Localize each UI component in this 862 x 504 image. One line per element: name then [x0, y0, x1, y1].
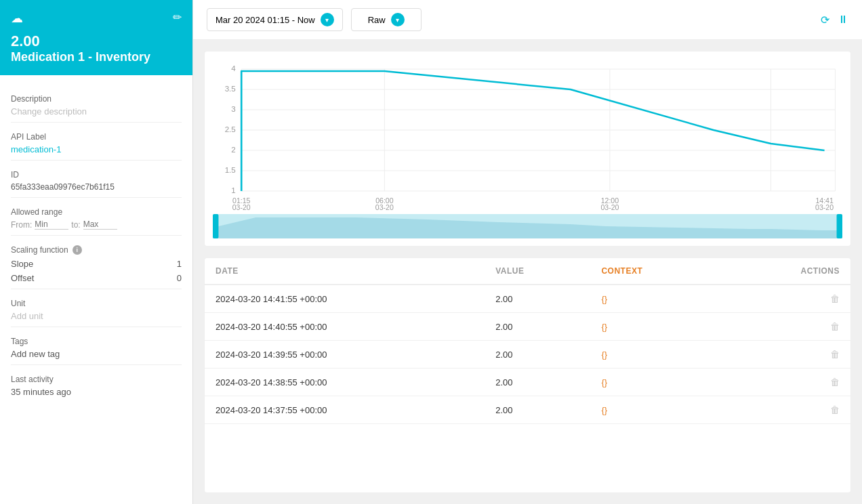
range-min-input[interactable] — [35, 219, 68, 230]
main-chart: 4 3.5 3 2.5 2 1.5 1 01:15 03-20 06:00 03… — [213, 62, 842, 211]
last-activity-value: 35 minutes ago — [11, 387, 182, 397]
svg-text:1.5: 1.5 — [225, 166, 236, 174]
raw-chevron-icon: ▾ — [391, 13, 405, 26]
cell-date: 2024-03-20 14:41:55 +00:00 — [205, 285, 485, 313]
svg-text:03-20: 03-20 — [600, 204, 619, 211]
mini-chart[interactable] — [213, 214, 842, 238]
cell-actions: 🗑 — [723, 341, 850, 369]
table-row: 2024-03-20 14:37:55 +00:00 2.00 {} 🗑 — [205, 396, 850, 424]
raw-selector[interactable]: Raw ▾ — [351, 8, 422, 31]
col-actions: ACTIONS — [723, 258, 850, 285]
delete-button[interactable]: 🗑 — [830, 404, 840, 415]
id-value: 65fa333eaa09976ec7b61f15 — [11, 182, 182, 192]
main-content: Mar 20 2024 01:15 - Now ▾ Raw ▾ ⟳ ⏸ — [193, 0, 862, 504]
delete-button[interactable]: 🗑 — [830, 349, 840, 360]
cell-value: 2.00 — [485, 396, 590, 424]
cell-actions: 🗑 — [723, 396, 850, 424]
sidebar-header: ☁ ✏ 2.00 Medication 1 - Inventory — [0, 0, 192, 75]
date-range-selector[interactable]: Mar 20 2024 01:15 - Now ▾ — [207, 8, 343, 31]
offset-value: 0 — [177, 273, 182, 283]
scaling-label: Scaling function i — [11, 245, 182, 255]
cell-date: 2024-03-20 14:37:55 +00:00 — [205, 396, 485, 424]
cell-value: 2.00 — [485, 313, 590, 341]
svg-rect-29 — [213, 214, 842, 238]
svg-text:03-20: 03-20 — [375, 204, 394, 211]
toolbar: Mar 20 2024 01:15 - Now ▾ Raw ▾ ⟳ ⏸ — [193, 0, 862, 40]
api-label: API Label — [11, 132, 182, 142]
raw-label: Raw — [368, 15, 386, 25]
cell-value: 2.00 — [485, 369, 590, 396]
api-value[interactable]: medication-1 — [11, 144, 182, 154]
range-max-input[interactable] — [83, 219, 117, 230]
svg-rect-30 — [213, 214, 218, 238]
svg-text:1: 1 — [231, 186, 235, 194]
delete-button[interactable]: 🗑 — [830, 321, 840, 332]
cell-date: 2024-03-20 14:38:55 +00:00 — [205, 369, 485, 396]
delete-button[interactable]: 🗑 — [830, 377, 840, 387]
sidebar-header-icons: ☁ ✏ — [11, 11, 182, 26]
cloud-icon[interactable]: ☁ — [11, 11, 23, 26]
delete-button[interactable]: 🗑 — [830, 293, 840, 304]
sidebar-body: Description Change description API Label… — [0, 75, 192, 504]
allowed-range-label: Allowed range — [11, 207, 182, 217]
table-row: 2024-03-20 14:40:55 +00:00 2.00 {} 🗑 — [205, 313, 850, 341]
slope-value: 1 — [177, 259, 182, 269]
unit-label: Unit — [11, 299, 182, 308]
offset-label: Offset — [11, 273, 34, 283]
to-label: to: — [71, 220, 80, 230]
cell-actions: 🗑 — [723, 285, 850, 313]
sidebar: ☁ ✏ 2.00 Medication 1 - Inventory Descri… — [0, 0, 193, 504]
edit-icon[interactable]: ✏ — [173, 11, 182, 26]
info-icon[interactable]: i — [73, 245, 82, 255]
date-chevron-icon: ▾ — [321, 13, 334, 26]
svg-text:4: 4 — [231, 64, 235, 72]
range-row: From: to: — [11, 219, 182, 230]
cell-context: {} — [590, 285, 722, 313]
description-label: Description — [11, 94, 182, 104]
data-table: DATE VALUE CONTEXT ACTIONS 2024-03-20 14… — [204, 257, 851, 493]
sidebar-title-number: 2.00 — [11, 33, 182, 50]
cell-context: {} — [590, 341, 722, 369]
col-context: CONTEXT — [590, 258, 722, 285]
id-label: ID — [11, 170, 182, 180]
table-row: 2024-03-20 14:41:55 +00:00 2.00 {} 🗑 — [205, 285, 850, 313]
cell-value: 2.00 — [485, 341, 590, 369]
cell-value: 2.00 — [485, 285, 590, 313]
cell-context: {} — [590, 313, 722, 341]
col-value: VALUE — [485, 258, 590, 285]
chart-container: 4 3.5 3 2.5 2 1.5 1 01:15 03-20 06:00 03… — [204, 51, 851, 247]
slope-row: Slope 1 — [11, 259, 182, 269]
col-date: DATE — [205, 258, 485, 285]
slope-label: Slope — [11, 259, 33, 269]
cell-date: 2024-03-20 14:40:55 +00:00 — [205, 313, 485, 341]
cell-actions: 🗑 — [723, 313, 850, 341]
svg-text:3: 3 — [231, 105, 235, 113]
sidebar-title-name: Medication 1 - Inventory — [11, 50, 182, 64]
cell-context: {} — [590, 396, 722, 424]
date-range-text: Mar 20 2024 01:15 - Now — [216, 15, 315, 25]
cell-context: {} — [590, 369, 722, 396]
refresh-button[interactable]: ⟳ — [821, 14, 829, 26]
table-row: 2024-03-20 14:39:55 +00:00 2.00 {} 🗑 — [205, 341, 850, 369]
pause-button[interactable]: ⏸ — [838, 14, 848, 26]
description-placeholder[interactable]: Change description — [11, 106, 182, 117]
offset-row: Offset 0 — [11, 273, 182, 283]
svg-text:2: 2 — [231, 146, 235, 154]
svg-rect-31 — [837, 214, 842, 238]
svg-text:03-20: 03-20 — [232, 204, 251, 211]
toolbar-right: ⟳ ⏸ — [821, 14, 848, 26]
svg-text:03-20: 03-20 — [815, 204, 834, 211]
cell-actions: 🗑 — [723, 369, 850, 396]
add-tag-button[interactable]: Add new tag — [11, 349, 182, 359]
svg-text:2.5: 2.5 — [225, 125, 236, 133]
svg-text:3.5: 3.5 — [225, 85, 236, 93]
last-activity-label: Last activity — [11, 375, 182, 384]
unit-placeholder[interactable]: Add unit — [11, 311, 182, 321]
from-label: From: — [11, 220, 32, 230]
table-header-row: DATE VALUE CONTEXT ACTIONS — [205, 258, 850, 285]
table-row: 2024-03-20 14:38:55 +00:00 2.00 {} 🗑 — [205, 369, 850, 396]
tags-label: Tags — [11, 337, 182, 346]
cell-date: 2024-03-20 14:39:55 +00:00 — [205, 341, 485, 369]
